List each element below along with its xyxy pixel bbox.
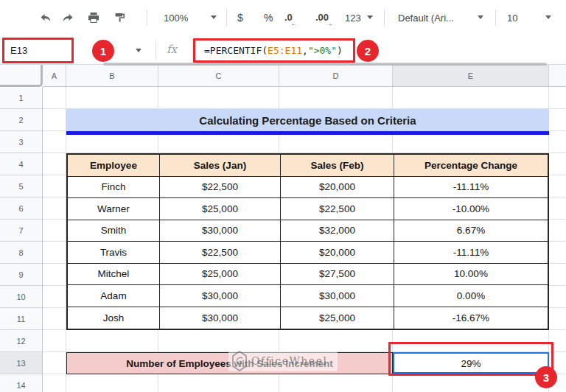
row-header-13[interactable]: 13 (0, 352, 42, 374)
cell-C10[interactable]: $30,000 (160, 285, 281, 307)
column-header-D[interactable]: D (279, 65, 393, 86)
table-row: Adam $30,000 $30,000 0.00% (68, 285, 548, 307)
cell-D6[interactable]: $22,500 (281, 198, 394, 220)
table-row: Travis $22,500 $20,000 -11.11% (68, 242, 548, 264)
cell-E9[interactable]: 10.00% (394, 264, 548, 286)
cell-B11[interactable]: Josh (68, 307, 160, 329)
cell-B10[interactable]: Adam (68, 285, 160, 307)
paint-format-button[interactable] (113, 11, 127, 24)
undo-icon (39, 11, 52, 24)
watermark: OfficeWheel (228, 351, 338, 371)
zoom-control[interactable]: 100% (164, 13, 188, 24)
paint-roller-icon (113, 11, 127, 24)
fx-icon: fx (167, 43, 177, 56)
annotation-step-3: 3 (535, 366, 557, 388)
column-headers: A B C D E (43, 65, 566, 87)
row-header-4[interactable]: 4 (0, 153, 42, 175)
redo-button[interactable] (61, 11, 74, 24)
data-table: Employee Sales (Jan) Sales (Feb) Percent… (66, 153, 549, 330)
toolbar: 100% $ % .0 ← .00 → 123 Default (Ari... … (0, 0, 566, 35)
row-header-14[interactable]: 14 (0, 374, 42, 392)
redo-icon (61, 11, 74, 24)
annotation-box-name-box (2, 38, 74, 63)
cell-E4[interactable]: Percentage Change (394, 155, 548, 177)
row-header-6[interactable]: 6 (0, 197, 42, 220)
cell-B4[interactable]: Employee (68, 155, 160, 177)
cell-C6[interactable]: $25,000 (160, 198, 281, 220)
table-row: Mitchel $25,000 $27,500 10.00% (68, 264, 548, 286)
cell-B5[interactable]: Finch (68, 177, 160, 199)
cell-D8[interactable]: $20,000 (281, 242, 394, 264)
toolbar-divider (226, 10, 227, 26)
cell-C7[interactable]: $30,000 (160, 220, 281, 242)
row-header-9[interactable]: 9 (0, 264, 42, 286)
column-header-A[interactable]: A (43, 65, 66, 86)
annotation-box-result (388, 342, 553, 376)
cell-D4[interactable]: Sales (Feb) (281, 155, 394, 177)
undo-button[interactable] (39, 11, 52, 24)
format-currency-button[interactable]: $ (237, 12, 243, 24)
cell-E8[interactable]: -11.11% (394, 242, 548, 264)
row-header-12[interactable]: 12 (0, 330, 42, 352)
cell-E5[interactable]: -11.11% (394, 177, 548, 199)
cell-B8[interactable]: Travis (68, 242, 160, 264)
table-row: Josh $30,000 $25,000 -16.67% (68, 307, 548, 329)
name-box-caret-icon[interactable] (136, 49, 142, 52)
arrow-right-icon: → (326, 20, 333, 27)
cell-E10[interactable]: 0.00% (394, 285, 548, 307)
cell-C11[interactable]: $30,000 (160, 307, 281, 329)
arrow-left-icon: ← (290, 20, 298, 27)
cell-C5[interactable]: $22,500 (160, 177, 281, 199)
row-header-7[interactable]: 7 (0, 220, 42, 242)
cell-E6[interactable]: -10.00% (394, 198, 548, 220)
toolbar-divider (147, 10, 147, 26)
font-size-selector[interactable]: 10 (507, 13, 517, 24)
cell-D9[interactable]: $27,500 (281, 264, 394, 286)
decrease-decimal-button[interactable]: .0 ← (284, 10, 293, 24)
cell-C8[interactable]: $22,500 (160, 242, 281, 264)
font-size-caret-icon[interactable] (545, 15, 551, 19)
annotation-step-2: 2 (357, 40, 379, 62)
row-header-5[interactable]: 5 (0, 175, 42, 197)
font-family-selector[interactable]: Default (Ari... (398, 13, 454, 24)
row-header-10[interactable]: 10 (0, 286, 42, 308)
cell-B2-title[interactable]: Calculating Percentage Based on Criteria (66, 109, 549, 131)
cell-B7[interactable]: Smith (68, 220, 160, 242)
row-header-8[interactable]: 8 (0, 242, 42, 264)
select-all-corner[interactable] (0, 65, 43, 87)
annotation-step-1: 1 (92, 40, 114, 62)
toolbar-divider (384, 10, 385, 26)
row-header-1[interactable]: 1 (0, 87, 42, 109)
column-header-B[interactable]: B (66, 65, 158, 86)
column-header-C[interactable]: C (158, 65, 279, 86)
format-percent-button[interactable]: % (264, 12, 273, 24)
cell-C9[interactable]: $25,000 (160, 264, 281, 286)
toolbar-divider (495, 10, 496, 26)
row-headers: 1 2 3 4 5 6 7 8 9 10 11 12 13 14 (0, 87, 43, 392)
title-underline (66, 131, 549, 135)
cell-D7[interactable]: $32,000 (281, 220, 394, 242)
formula-bar-divider (156, 41, 156, 60)
column-header-E[interactable]: E (393, 65, 549, 86)
cell-B6[interactable]: Warner (68, 198, 160, 220)
number-format-button[interactable]: 123 (345, 13, 361, 24)
cell-B9[interactable]: Mitchel (68, 264, 160, 286)
print-button[interactable] (87, 11, 100, 24)
cell-E7[interactable]: 6.67% (394, 220, 548, 242)
cell-D5[interactable]: $20,000 (281, 177, 394, 199)
increase-decimal-button[interactable]: .00 → (315, 10, 329, 24)
column-header-F-partial[interactable] (549, 65, 566, 86)
row-header-11[interactable]: 11 (0, 308, 42, 330)
table-header-row: Employee Sales (Jan) Sales (Feb) Percent… (68, 155, 548, 177)
formula-bar-shadow (103, 63, 547, 66)
annotation-box-formula (193, 38, 355, 63)
cell-D11[interactable]: $25,000 (281, 307, 394, 329)
cell-C4[interactable]: Sales (Jan) (160, 155, 281, 177)
row-header-3[interactable]: 3 (0, 131, 42, 153)
font-family-caret-icon[interactable] (478, 15, 483, 19)
zoom-caret-icon[interactable] (211, 15, 217, 19)
row-header-2[interactable]: 2 (0, 109, 42, 131)
cell-E11[interactable]: -16.67% (394, 307, 548, 329)
number-format-caret-icon[interactable] (367, 15, 373, 19)
cell-D10[interactable]: $30,000 (281, 285, 394, 307)
